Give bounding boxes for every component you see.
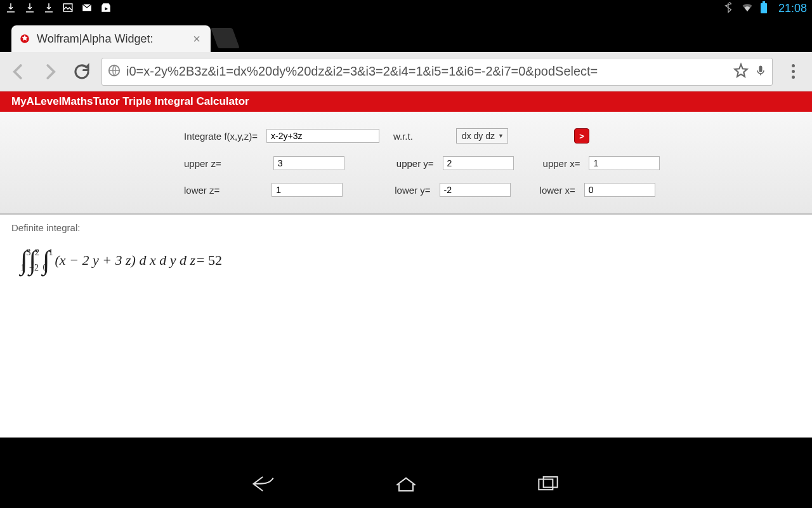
battery-icon: [761, 3, 767, 13]
forward-button[interactable]: [38, 60, 62, 84]
mic-icon[interactable]: [754, 63, 767, 81]
browser-toolbar: [0, 52, 812, 91]
integrate-label: Integrate f(x,y,z)=: [184, 131, 258, 142]
close-icon[interactable]: ×: [190, 32, 203, 46]
overflow-menu-button[interactable]: [780, 59, 806, 84]
android-navbar: [0, 462, 812, 508]
result-equation: ∫31 ∫2−2 ∫10 (x − 2 y + 3 z) d x d y d z…: [20, 247, 801, 274]
submit-button[interactable]: >: [574, 128, 589, 144]
url-input[interactable]: [126, 64, 728, 79]
lower-z-label: lower z=: [184, 185, 219, 196]
upper-x-input[interactable]: [589, 156, 660, 170]
download-icon: [5, 2, 16, 15]
lower-x-label: lower x=: [540, 185, 575, 196]
lower-z-input[interactable]: [272, 183, 343, 197]
wolfram-favicon-icon: [19, 33, 30, 44]
mail-icon: [81, 2, 93, 15]
bluetooth-icon: [723, 2, 734, 15]
reload-button[interactable]: [70, 60, 94, 84]
upper-z-label: upper z=: [184, 158, 221, 169]
browser-tab[interactable]: Wolfram|Alpha Widget: ×: [11, 25, 211, 52]
wifi-icon: [742, 2, 753, 15]
upper-y-label: upper y=: [396, 158, 434, 169]
svg-rect-5: [759, 65, 763, 72]
function-input[interactable]: [266, 129, 379, 143]
download-icon: [43, 2, 55, 15]
url-bar[interactable]: [102, 58, 773, 86]
upper-y-input[interactable]: [443, 156, 514, 170]
browser-tabstrip: Wolfram|Alpha Widget: ×: [0, 17, 812, 52]
wrt-select[interactable]: dx dy dz: [456, 128, 508, 144]
play-store-icon: [100, 2, 112, 15]
recent-apps-icon[interactable]: [534, 473, 562, 497]
svg-rect-6: [539, 479, 553, 490]
result-area: Definite integral: ∫31 ∫2−2 ∫10 (x − 2 y…: [0, 214, 812, 438]
page-title: MyALevelMathsTutor Triple Integral Calcu…: [0, 91, 812, 112]
clock-text: 21:08: [778, 2, 807, 15]
back-icon[interactable]: [250, 473, 278, 497]
lower-y-label: lower y=: [395, 185, 430, 196]
result-label: Definite integral:: [11, 222, 801, 233]
home-icon[interactable]: [392, 473, 420, 497]
integral-form: Integrate f(x,y,z)= w.r.t. dx dy dz > up…: [0, 112, 812, 214]
upper-z-input[interactable]: [273, 156, 344, 170]
back-button[interactable]: [6, 60, 30, 84]
upper-x-label: upper x=: [543, 158, 580, 169]
new-tab-button[interactable]: [211, 28, 240, 48]
lower-x-input[interactable]: [584, 183, 655, 197]
globe-icon: [107, 64, 121, 80]
picture-icon: [62, 2, 74, 15]
bookmark-star-icon[interactable]: [733, 62, 749, 81]
wrt-label: w.r.t.: [393, 131, 413, 142]
svg-rect-7: [544, 477, 558, 488]
download-icon: [24, 2, 36, 15]
tab-title: Wolfram|Alpha Widget:: [37, 32, 190, 46]
android-statusbar: 21:08: [0, 0, 812, 17]
lower-y-input[interactable]: [440, 183, 511, 197]
